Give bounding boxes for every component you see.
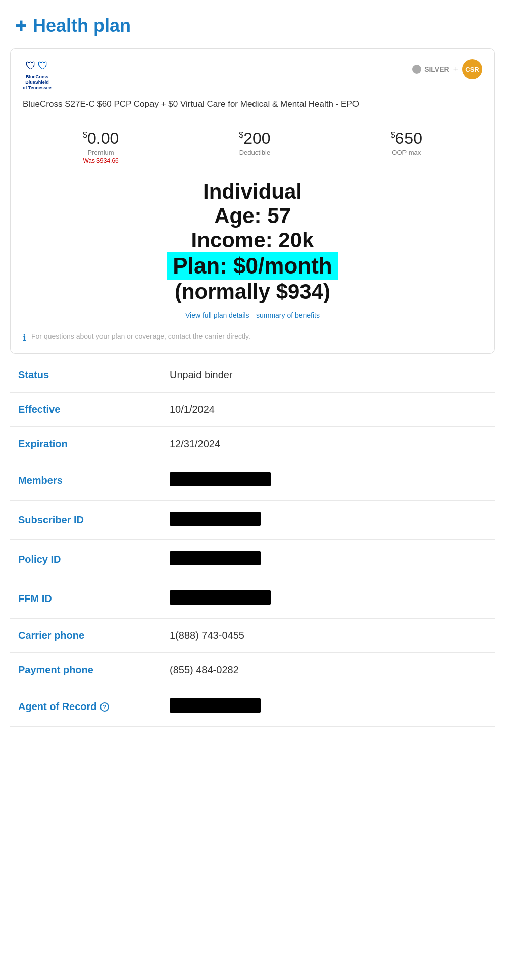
- details-value-3: [170, 472, 487, 489]
- view-full-plan-link[interactable]: View full plan details: [185, 311, 249, 319]
- annotation-income: Income: 20k: [11, 228, 494, 252]
- details-row: Payment phone(855) 484-0282: [10, 653, 495, 687]
- deductible-label: Deductible: [239, 149, 270, 156]
- page-title: Health plan: [33, 15, 131, 36]
- annotation-individual: Individual: [11, 180, 494, 204]
- details-label-3: Members: [18, 475, 170, 486]
- info-icon: ℹ: [23, 332, 26, 343]
- redacted-value: [170, 472, 271, 486]
- carrier-name-line1: BlueCross: [26, 74, 48, 80]
- details-value-5: [170, 551, 487, 568]
- details-row: Members: [10, 461, 495, 501]
- notice-text: For questions about your plan or coverag…: [31, 331, 250, 342]
- details-row: Policy ID: [10, 540, 495, 579]
- oop-label: OOP max: [392, 149, 421, 156]
- redacted-value: [170, 698, 261, 713]
- plan-notice: ℹ For questions about your plan or cover…: [11, 324, 494, 353]
- redacted-value: [170, 512, 261, 526]
- plan-badges: SILVER + CSR: [412, 59, 482, 79]
- annotation-overlay: Individual Age: 57 Income: 20k Plan: $0/…: [11, 175, 494, 307]
- details-value-2: 12/31/2024: [170, 438, 487, 450]
- plan-links: View full plan details summary of benefi…: [11, 307, 494, 324]
- details-row: Expiration12/31/2024: [10, 427, 495, 461]
- plan-header-row: 🛡 🛡 BlueCross BlueShield of Tennessee SI…: [23, 59, 482, 90]
- premium-was: Was $934.66: [83, 157, 118, 165]
- details-row: Effective10/1/2024: [10, 393, 495, 427]
- deductible-amount: $200: [239, 129, 270, 148]
- csr-badge: CSR: [462, 59, 482, 79]
- details-label-7: Carrier phone: [18, 630, 170, 641]
- redacted-value: [170, 590, 271, 605]
- carrier-name-line2: BlueShield: [25, 80, 49, 85]
- details-value-9: [170, 698, 487, 715]
- deductible-item: $200 Deductible: [239, 129, 270, 165]
- shield-right-icon: 🛡: [37, 59, 48, 72]
- silver-label: SILVER: [424, 65, 449, 73]
- question-icon: ?: [100, 702, 109, 712]
- details-row: Subscriber ID: [10, 501, 495, 540]
- premium-amount: $0.00: [83, 129, 119, 148]
- details-label-5: Policy ID: [18, 554, 170, 565]
- details-value-0: Unpaid binder: [170, 369, 487, 381]
- annotation-age: Age: 57: [11, 204, 494, 228]
- carrier-name-line3: of Tennessee: [23, 85, 52, 91]
- details-label-1: Effective: [18, 404, 170, 415]
- redacted-value: [170, 551, 261, 565]
- details-label-6: FFM ID: [18, 593, 170, 605]
- details-value-7: 1(888) 743-0455: [170, 630, 487, 641]
- premium-label: Premium: [88, 149, 114, 156]
- carrier-logo: 🛡 🛡 BlueCross BlueShield of Tennessee: [23, 59, 52, 90]
- page-header: ✚ Health plan: [10, 15, 495, 36]
- oop-item: $650 OOP max: [391, 129, 422, 165]
- details-value-8: (855) 484-0282: [170, 664, 487, 676]
- plus-icon: +: [453, 65, 458, 74]
- details-row: StatusUnpaid binder: [10, 358, 495, 393]
- details-row: FFM ID: [10, 579, 495, 619]
- details-row: Agent of Record?: [10, 687, 495, 727]
- details-value-4: [170, 512, 487, 528]
- details-value-1: 10/1/2024: [170, 404, 487, 415]
- details-label-8: Payment phone: [18, 664, 170, 676]
- details-value-6: [170, 590, 487, 607]
- plan-name: BlueCross S27E-C $60 PCP Copay + $0 Virt…: [23, 98, 482, 111]
- summary-benefits-link[interactable]: summary of benefits: [256, 311, 320, 319]
- silver-circle-icon: [412, 65, 421, 74]
- plan-card: 🛡 🛡 BlueCross BlueShield of Tennessee SI…: [10, 48, 495, 354]
- premium-item: $0.00 Premium Was $934.66: [83, 129, 119, 165]
- details-label-0: Status: [18, 369, 170, 381]
- health-plan-icon: ✚: [15, 18, 27, 34]
- link-separator: [251, 311, 256, 319]
- silver-badge: SILVER: [412, 65, 449, 74]
- details-label-4: Subscriber ID: [18, 514, 170, 526]
- annotation-plan: Plan: $0/month: [167, 252, 338, 280]
- annotation-normally: (normally $934): [11, 280, 494, 304]
- shield-left-icon: 🛡: [25, 59, 36, 72]
- plan-cost-row: $0.00 Premium Was $934.66 $200 Deductibl…: [11, 119, 494, 175]
- details-table: StatusUnpaid binderEffective10/1/2024Exp…: [10, 358, 495, 727]
- plan-card-top: 🛡 🛡 BlueCross BlueShield of Tennessee SI…: [11, 49, 494, 119]
- oop-amount: $650: [391, 129, 422, 148]
- details-row: Carrier phone1(888) 743-0455: [10, 619, 495, 653]
- details-label-9: Agent of Record?: [18, 701, 170, 713]
- details-label-2: Expiration: [18, 438, 170, 450]
